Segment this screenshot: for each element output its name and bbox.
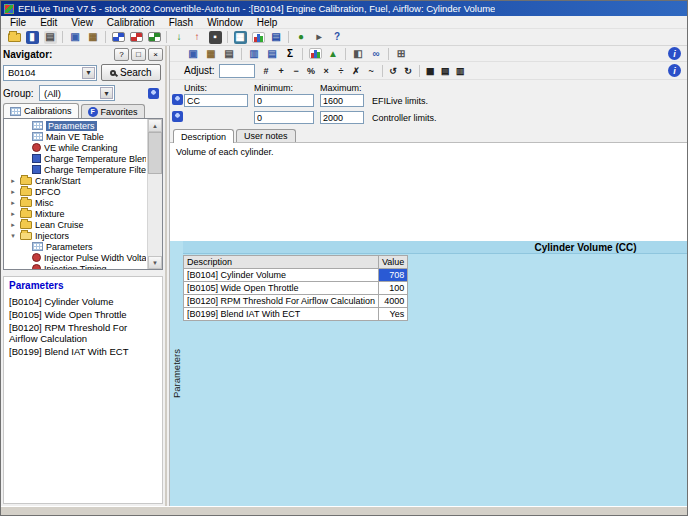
cell-value[interactable]: 100 [378, 282, 407, 295]
percent-button[interactable]: % [304, 64, 319, 78]
cell-value[interactable]: 4000 [378, 295, 407, 308]
menu-calibration[interactable]: Calibration [100, 16, 162, 29]
copy-table-icon[interactable]: ▣ [184, 46, 202, 62]
group-filter-icon[interactable] [148, 88, 159, 99]
scan-tool-icon[interactable]: ● [292, 29, 310, 45]
units-toggle-icon[interactable]: ⊞ [392, 46, 410, 62]
chart-icon[interactable] [249, 29, 267, 45]
tab-favorites[interactable]: F Favorites [81, 104, 145, 118]
menu-view[interactable]: View [64, 16, 100, 29]
efilive-min-input[interactable] [254, 94, 314, 107]
controller-max-input[interactable] [320, 111, 364, 124]
cell-description[interactable]: [B0104] Cylinder Volume [184, 269, 379, 282]
multiply-button[interactable]: × [319, 64, 334, 78]
search-combo[interactable]: B0104 [3, 65, 97, 81]
tree-toggle-icon[interactable]: ▸ [9, 177, 17, 185]
save-file-icon[interactable]: ▮ [23, 29, 41, 45]
chart-3d-icon[interactable]: ▲ [324, 46, 342, 62]
cell-value[interactable]: 708 [378, 269, 407, 282]
menu-file[interactable]: File [3, 16, 33, 29]
scroll-thumb[interactable] [148, 132, 162, 174]
navigator-close-button[interactable]: × [148, 48, 163, 61]
parameter-item[interactable]: [B0105] Wide Open Throttle [9, 309, 157, 320]
tree-item[interactable]: VE while Cranking [5, 142, 146, 153]
controller-limits-icon[interactable] [172, 111, 183, 122]
adjust-input[interactable] [219, 64, 255, 78]
help-icon[interactable]: ? [328, 29, 346, 45]
tree-toggle-icon[interactable]: ▾ [9, 232, 17, 240]
tree-item[interactable]: Main VE Table [5, 131, 146, 142]
column-value[interactable]: Value [378, 256, 407, 269]
add-button[interactable]: + [274, 64, 289, 78]
tab-calibrations[interactable]: Calibrations [3, 103, 79, 118]
tree-toggle-icon[interactable]: ▸ [9, 199, 17, 207]
export-table-icon[interactable]: ▤ [220, 46, 238, 62]
navigator-help-button[interactable]: ? [114, 48, 129, 61]
undo-button[interactable]: ↺ [386, 64, 401, 78]
calculator-icon[interactable]: ▦ [231, 29, 249, 45]
menu-window[interactable]: Window [200, 16, 250, 29]
label-rows-icon[interactable]: ▤ [263, 46, 281, 62]
sum-icon[interactable]: Σ [281, 46, 299, 62]
fill-row-button[interactable]: ▤ [438, 64, 453, 78]
tree-item[interactable]: ▸Lean Cruise [5, 219, 146, 230]
group-combo[interactable]: (All) [39, 85, 115, 101]
tree-item[interactable]: Charge Temperature Filter [5, 164, 146, 175]
tree-toggle-icon[interactable]: ▸ [9, 210, 17, 218]
cell-description[interactable]: [B0199] Blend IAT With ECT [184, 308, 379, 321]
tab-user-notes[interactable]: User notes [236, 129, 296, 142]
properties-icon[interactable]: ▸ [310, 29, 328, 45]
tree-item[interactable]: ▾Injectors [5, 230, 146, 241]
cell-description[interactable]: [B0120] RPM Threshold For Airflow Calcul… [184, 295, 379, 308]
tree-item[interactable]: ▸Crank/Start [5, 175, 146, 186]
tree-item[interactable]: ▸Mixture [5, 208, 146, 219]
search-button[interactable]: Search [101, 64, 161, 81]
tree-item[interactable]: Parameters [5, 241, 146, 252]
efilive-limits-icon[interactable] [172, 94, 183, 105]
table-row[interactable]: [B0120] RPM Threshold For Airflow Calcul… [184, 295, 408, 308]
label-columns-icon[interactable]: ▥ [245, 46, 263, 62]
adjust-info-icon[interactable]: i [668, 64, 681, 77]
paste-table-icon[interactable]: ▦ [202, 46, 220, 62]
tree-item[interactable]: Injection Timing [5, 263, 146, 269]
menu-help[interactable]: Help [250, 16, 285, 29]
table-row[interactable]: [B0105] Wide Open Throttle100 [184, 282, 408, 295]
tree-toggle-icon[interactable]: ▸ [9, 221, 17, 229]
clear-button[interactable]: ✗ [349, 64, 364, 78]
checkered-flag-blue-icon[interactable] [109, 29, 127, 45]
parameter-item[interactable]: [B0120] RPM Threshold For Airflow Calcul… [9, 322, 157, 344]
efilive-max-input[interactable] [320, 94, 364, 107]
units-input[interactable] [184, 94, 248, 107]
table-row[interactable]: [B0104] Cylinder Volume708 [184, 269, 408, 282]
compare-icon[interactable]: ◧ [349, 46, 367, 62]
link-icon[interactable]: ∞ [367, 46, 385, 62]
menu-flash[interactable]: Flash [162, 16, 200, 29]
tree-item[interactable]: ▸DFCO [5, 186, 146, 197]
tree-item[interactable]: ▸Misc [5, 197, 146, 208]
chart-2d-icon[interactable] [306, 46, 324, 62]
chevron-down-icon[interactable] [100, 87, 113, 99]
fill-column-button[interactable]: ▥ [453, 64, 468, 78]
parameter-item[interactable]: [B0199] Blend IAT With ECT [9, 346, 157, 357]
tree-item[interactable]: Parameters [5, 120, 146, 131]
paste-icon[interactable]: ▦ [84, 29, 102, 45]
copy-icon[interactable]: ▣ [66, 29, 84, 45]
tree-scrollbar[interactable] [147, 119, 162, 269]
scroll-up-icon[interactable] [148, 119, 162, 132]
controller-min-input[interactable] [254, 111, 314, 124]
set-exact-button[interactable]: # [259, 64, 274, 78]
tree-toggle-icon[interactable]: ▸ [9, 188, 17, 196]
parameter-item[interactable]: [B0104] Cylinder Volume [9, 296, 157, 307]
open-file-icon[interactable] [5, 29, 23, 45]
divide-button[interactable]: ÷ [334, 64, 349, 78]
checkered-flag-red-icon[interactable] [127, 29, 145, 45]
cell-value[interactable]: Yes [378, 308, 407, 321]
tab-description[interactable]: Description [173, 129, 234, 143]
menu-edit[interactable]: Edit [33, 16, 64, 29]
fill-table-button[interactable]: ▦ [423, 64, 438, 78]
cell-description[interactable]: [B0105] Wide Open Throttle [184, 282, 379, 295]
column-description[interactable]: Description [184, 256, 379, 269]
navigator-pin-button[interactable]: □ [131, 48, 146, 61]
program-flash-icon[interactable]: ↑ [188, 29, 206, 45]
smooth-button[interactable]: ~ [364, 64, 379, 78]
